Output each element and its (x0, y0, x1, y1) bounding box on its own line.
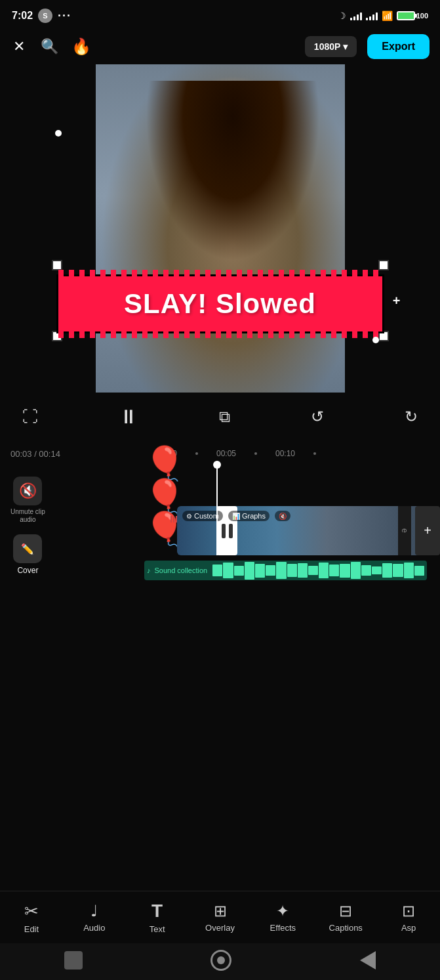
audio-icon: ♩ (90, 902, 98, 920)
effects-tool-button[interactable]: ✦ Effects (251, 898, 314, 937)
status-bar: 7:02 S ··· ☽ 📶 100 (0, 0, 440, 29)
add-track-button[interactable]: + (415, 506, 440, 555)
nav-square-icon (64, 951, 83, 969)
signal-bar (376, 12, 378, 20)
redo-button[interactable]: ↻ (402, 405, 420, 429)
cover-label: Cover (17, 566, 38, 575)
wave-bar (404, 563, 414, 578)
nav-home-button[interactable] (210, 950, 231, 971)
wave-bar (266, 565, 275, 576)
audio-track[interactable]: ♪ Sound collection (144, 561, 427, 580)
add-handle[interactable]: + (393, 293, 401, 309)
current-time: 00:03 / 00:14 (10, 449, 60, 459)
close-button[interactable]: ✕ (10, 35, 28, 58)
status-left: 7:02 S ··· (12, 9, 71, 23)
resolution-label: 1080P (314, 41, 340, 52)
banner-text: SLAY! Slowed (124, 288, 316, 320)
text-tool-button[interactable]: T Text (126, 897, 189, 938)
text-label: Text (150, 924, 165, 934)
search-button[interactable]: 🔍 (38, 35, 61, 58)
extra-track-text: e (398, 506, 411, 555)
text-icon: T (151, 901, 163, 922)
effects-icon: ✦ (276, 902, 289, 920)
export-button[interactable]: Export (367, 34, 430, 59)
corner-dot-br (372, 337, 379, 343)
unmute-label: Unmute clipaudio (10, 508, 45, 524)
timeline-dot (254, 452, 257, 455)
preview-wrapper: + SLAY! Slowed (0, 64, 440, 393)
wave-bar (319, 563, 329, 578)
wifi-icon: 📶 (382, 11, 393, 21)
nav-circle-icon (210, 950, 231, 971)
link-button[interactable]: ⧉ (216, 405, 233, 429)
balloon-base-line (170, 516, 172, 522)
aspect-tool-button[interactable]: ⊡ Asp (377, 898, 440, 937)
status-right: ☽ 📶 100 (338, 11, 428, 21)
cover-icon: ✏️ (13, 534, 42, 563)
overlay-label: Overlay (205, 923, 235, 933)
nav-back-button[interactable] (360, 951, 376, 969)
wave-bar (308, 566, 318, 575)
edit-icon: ✂ (24, 901, 39, 922)
corner-handle-tr[interactable] (378, 260, 389, 270)
signal-bar (369, 16, 371, 20)
wavy-decoration-bottom (58, 330, 382, 338)
timeline-section: 00:03 / 00:14 00:00 00:05 00:10 🔇 Unmute… (0, 438, 440, 555)
unmute-clip-button[interactable]: 🔇 Unmute clipaudio (10, 477, 45, 524)
wave-bar (372, 566, 382, 574)
nav-square-button[interactable] (64, 951, 83, 969)
signal-bars-1 (350, 11, 362, 20)
video-frame (96, 64, 345, 393)
timeline-tracks: 🔇 Unmute clipaudio ✏️ Cover 🎈🎈🎈 (0, 463, 440, 555)
graphs-label-text: Graphs (242, 512, 266, 520)
overlay-icon: ⊞ (214, 902, 227, 920)
corner-handle-tl[interactable] (52, 260, 62, 270)
edit-tool-button[interactable]: ✂ Edit (0, 897, 63, 938)
captions-tool-button[interactable]: ⊟ Captions (314, 898, 377, 937)
timeline-dot (313, 452, 316, 455)
overlay-tool-button[interactable]: ⊞ Overlay (189, 898, 252, 937)
battery-text: 100 (416, 12, 428, 20)
wave-bar (276, 562, 286, 579)
cover-button[interactable]: ✏️ Cover (13, 534, 42, 575)
playhead (216, 463, 218, 555)
timestamp-2: 00:10 (262, 449, 308, 458)
signal-bar (366, 18, 368, 20)
signal-bar (372, 14, 374, 20)
moon-icon: ☽ (338, 11, 346, 21)
wave-bar (255, 564, 265, 578)
battery-fill (398, 12, 414, 19)
pause-bar (229, 524, 233, 538)
resolution-arrow: ▾ (343, 41, 348, 52)
status-dots: ··· (58, 9, 71, 23)
fullscreen-button[interactable]: ⛶ (20, 405, 41, 429)
wave-bar (298, 563, 308, 578)
hair-overlay (146, 81, 320, 261)
bottom-toolbar: ✂ Edit ♩ Audio T Text ⊞ Overlay ✦ Effect… (0, 891, 440, 941)
aspect-icon: ⊡ (402, 902, 415, 920)
effects-label: Effects (270, 923, 296, 933)
wave-bar (351, 562, 361, 579)
pause-bar (222, 524, 226, 538)
audio-tool-button[interactable]: ♩ Audio (63, 898, 126, 937)
wave-bar (234, 566, 244, 576)
wave-bar (340, 564, 350, 578)
wave-bar (414, 566, 424, 576)
wave-bar (287, 564, 297, 577)
text-banner[interactable]: SLAY! Slowed (56, 274, 384, 333)
timestamp-1: 00:05 (203, 449, 249, 458)
signal-bar (357, 14, 359, 20)
top-toolbar: ✕ 🔍 🔥 1080P ▾ Export (0, 29, 440, 64)
wave-bar (329, 565, 339, 576)
captions-label: Captions (329, 923, 363, 933)
undo-button[interactable]: ↺ (308, 405, 327, 429)
signal-bar (360, 12, 362, 20)
resolution-button[interactable]: 1080P ▾ (305, 36, 357, 57)
wave-bar (223, 563, 233, 578)
signal-bar (353, 16, 355, 20)
play-pause-button[interactable]: ⏸ (116, 403, 141, 431)
wave-bar (212, 565, 222, 576)
pause-symbol (222, 524, 233, 538)
track-labels: ⚙ Custom 📊 Graphs 🔇 (177, 508, 296, 524)
aspect-label: Asp (401, 923, 416, 933)
